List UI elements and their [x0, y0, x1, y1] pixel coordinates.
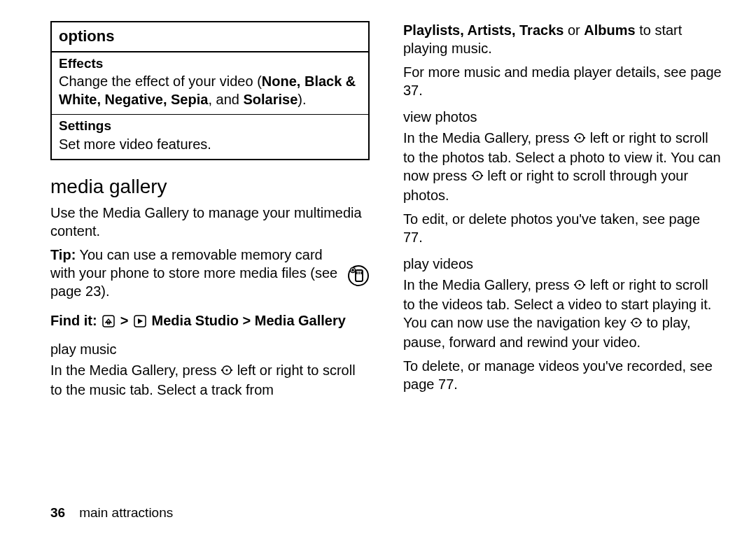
tip-block: Tip: You can use a removable memory card… — [50, 246, 370, 306]
play-music-p1: In the Media Gallery, press left or righ… — [50, 361, 370, 399]
view-photos-p1: In the Media Gallery, press left or righ… — [403, 129, 722, 204]
svg-point-12 — [226, 369, 228, 372]
nav-key-icon — [471, 168, 484, 186]
play-music-p3: For more music and media player details,… — [403, 63, 722, 99]
media-gallery-intro: Use the Media Gallery to manage your mul… — [50, 204, 370, 240]
play-music-p2: Playlists, Artists, Tracks or Albums to … — [403, 21, 722, 57]
settings-text: Set more video features. — [59, 135, 361, 153]
view-photos-p2: To edit, or delete photos you've taken, … — [403, 210, 722, 246]
nav-key-icon — [630, 315, 643, 333]
view-photos-heading: view photos — [403, 108, 722, 126]
effects-title: Effects — [59, 55, 361, 73]
nav-key-icon — [573, 277, 586, 295]
svg-point-25 — [574, 284, 575, 285]
options-row-effects: Effects Change the effect of your video … — [52, 52, 368, 115]
play-music-heading: play music — [50, 340, 370, 358]
svg-point-29 — [631, 322, 632, 323]
options-table: options Effects Change the effect of you… — [50, 21, 370, 160]
svg-point-21 — [472, 175, 473, 176]
svg-point-30 — [640, 322, 642, 323]
options-header: options — [52, 22, 368, 52]
section-name: main attractions — [79, 505, 173, 520]
settings-title: Settings — [59, 118, 361, 135]
play-videos-p2: To delete, or manage videos you've recor… — [403, 357, 722, 393]
svg-point-16 — [579, 137, 581, 139]
svg-point-13 — [221, 369, 223, 371]
svg-point-14 — [231, 369, 232, 371]
tip-text: Tip: You can use a removable memory card… — [50, 246, 340, 300]
play-videos-p1: In the Media Gallery, press left or righ… — [403, 276, 722, 351]
svg-point-17 — [574, 137, 575, 139]
nav-key-icon — [220, 362, 233, 381]
options-row-settings: Settings Set more video features. — [52, 115, 368, 159]
effects-text: Change the effect of your video (None, B… — [59, 72, 361, 108]
play-videos-heading: play videos — [403, 255, 722, 273]
memory-card-icon — [347, 265, 370, 287]
svg-point-20 — [476, 175, 478, 177]
svg-rect-8 — [103, 316, 114, 327]
svg-point-24 — [579, 284, 581, 286]
page-number: 36 — [50, 505, 65, 520]
svg-point-22 — [482, 175, 483, 176]
page-footer: 36main attractions — [50, 505, 173, 522]
media-key-icon — [134, 313, 146, 332]
nav-key-icon — [573, 130, 586, 148]
find-it-line: Find it: > Media Studio > Media Gallery — [50, 311, 370, 332]
svg-point-28 — [635, 322, 637, 324]
svg-point-26 — [584, 284, 585, 285]
home-key-icon — [102, 313, 115, 332]
media-gallery-heading: media gallery — [50, 174, 370, 199]
svg-point-18 — [584, 137, 585, 139]
